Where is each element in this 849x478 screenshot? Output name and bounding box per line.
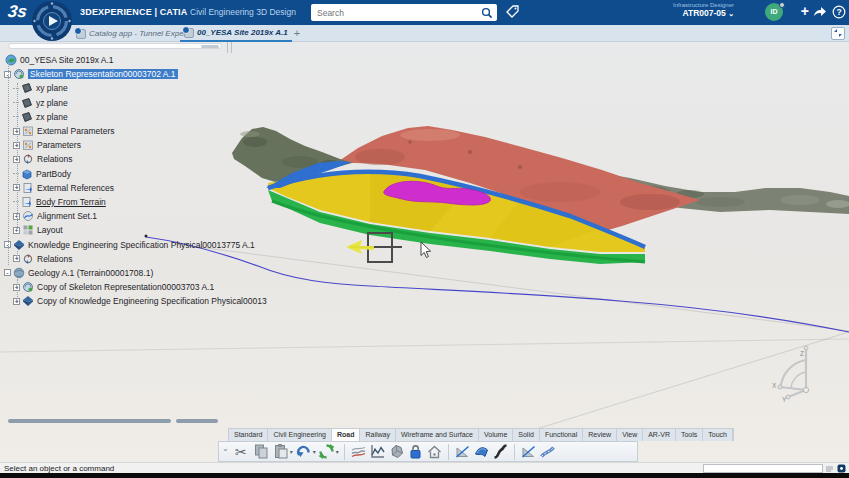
tree-item[interactable]: +Alignment Set.1 (2, 209, 302, 223)
copy-icon[interactable] (253, 443, 270, 460)
3ds-logo[interactable]: 3s (7, 2, 29, 22)
tree-item[interactable]: PartBody (2, 167, 302, 181)
tree-item[interactable]: +External Parameters (2, 124, 302, 138)
lock-icon[interactable] (407, 443, 424, 460)
restore-window-icon[interactable] (831, 27, 845, 40)
tree-item[interactable]: +Layout (2, 223, 302, 237)
tree-item[interactable]: +Copy of Skeleton Representation00003703… (2, 280, 302, 294)
ribbon-tab-standard[interactable]: Standard (229, 429, 268, 441)
tree-item[interactable]: yz plane (2, 96, 302, 110)
sketch-angle-icon[interactable] (454, 443, 471, 460)
brand-3dexperience: 3DEXPERIENCE (80, 7, 152, 17)
command-field[interactable] (703, 464, 823, 473)
axis-z-label: Z (800, 350, 804, 357)
ribbon-tab-railway[interactable]: Railway (360, 429, 396, 441)
brand-divider: | (154, 7, 157, 17)
tree-item-label: Geology A.1 (Terrain00001708.1) (28, 268, 153, 278)
relations-icon (22, 253, 34, 265)
tree-item[interactable]: Body From Terrain (2, 195, 302, 209)
tree-item-label: Skeleton Representation00003702 A.1 (28, 69, 178, 79)
undo-dropdown-arrow[interactable]: ▾ (313, 448, 316, 455)
tree-item[interactable]: -Geology A.1 (Terrain00001708.1) (2, 266, 302, 280)
ribbon-tab-review[interactable]: Review (583, 429, 617, 441)
viewport-scrollbar-handle[interactable] (176, 419, 218, 423)
search-box[interactable] (311, 4, 497, 21)
tree-item[interactable]: +Copy of Knowledge Engineering Specifica… (2, 294, 302, 308)
avatar[interactable]: ID (765, 3, 783, 21)
road-design-icon[interactable] (539, 443, 556, 460)
axis-x-label: X (772, 382, 777, 389)
document-tab-2[interactable]: 00_YESA Site 2019x A.1 (180, 25, 292, 42)
viewport-scrollbar[interactable] (8, 419, 171, 423)
tree-item[interactable]: +Parameters (2, 138, 302, 152)
search-icon[interactable] (481, 7, 493, 19)
undo-icon[interactable] (295, 443, 312, 460)
svg-text:✂: ✂ (235, 444, 247, 460)
document-tab-bar: Catalog app - Tunnel Exper00_YESA Site 2… (0, 25, 849, 42)
update-dropdown-arrow[interactable]: ▾ (336, 448, 339, 455)
3d-viewport[interactable]: Z X Y 00_YESA Site 2019x A.1-Skeleton Re… (0, 42, 849, 462)
toolbar-separator (448, 444, 449, 460)
brand-suffix: Civil Engineering 3D Design (190, 7, 296, 17)
tree-expander[interactable]: - (4, 269, 11, 276)
tree-guide-line (17, 279, 18, 303)
chevron-down-icon: ⌄ (728, 10, 734, 17)
tree-item-label: yz plane (36, 98, 68, 108)
compass-button[interactable] (31, 0, 73, 42)
assistant-icon[interactable] (837, 464, 846, 473)
tree-item[interactable]: +Relations (2, 152, 302, 166)
tree-item[interactable]: -Skeleton Representation00003702 A.1 (2, 67, 302, 81)
tree-item[interactable]: +External References (2, 181, 302, 195)
references-icon (21, 196, 33, 208)
tree-item[interactable]: -Knowledge Engineering Specification Phy… (2, 237, 302, 251)
tree-item-label: Parameters (37, 140, 81, 150)
sketch-angle-2-icon[interactable] (520, 443, 537, 460)
tree-item[interactable]: xy plane (2, 81, 302, 95)
axis-triad[interactable] (778, 346, 809, 399)
help-icon[interactable]: ? (832, 5, 846, 19)
tree-item[interactable]: 00_YESA Site 2019x A.1 (2, 53, 302, 67)
shelter-house-icon[interactable] (426, 443, 443, 460)
connect-curve-icon[interactable] (492, 443, 509, 460)
ribbon-tab-wireframe-and-surface[interactable]: Wireframe and Surface (396, 429, 479, 441)
tree-panel-grip[interactable] (227, 42, 232, 53)
tree-item[interactable]: +Relations (2, 252, 302, 266)
tree-horizontal-scrollbar[interactable] (8, 43, 222, 49)
user-id: ATR007-05 ⌄ (673, 8, 734, 18)
ribbon-tab-volume[interactable]: Volume (479, 429, 513, 441)
cut-scissors-icon[interactable]: ✂ (234, 443, 251, 460)
status-options-icon[interactable] (825, 464, 834, 473)
search-input[interactable] (317, 6, 467, 19)
plane-icon (21, 111, 33, 123)
knowledge-icon (13, 239, 25, 251)
app-tab-icon (76, 29, 86, 39)
terrain-surface-icon[interactable] (350, 443, 367, 460)
new-tab-button[interactable]: + (290, 26, 304, 40)
ribbon-tab-functional[interactable]: Functional (540, 429, 583, 441)
ribbon-tab-road[interactable]: Road (332, 429, 361, 441)
ribbon-collapse-chevron[interactable]: ⌄ (222, 444, 229, 453)
ribbon-tab-touch[interactable]: Touch (703, 429, 733, 441)
add-content-button[interactable]: + (801, 3, 809, 19)
tag-icon[interactable] (505, 4, 521, 20)
ribbon-tab-ar-vr[interactable]: AR-VR (643, 429, 676, 441)
tree-item-label: Layout (37, 225, 63, 235)
svg-text:?: ? (836, 7, 841, 17)
specification-tree: 00_YESA Site 2019x A.1-Skeleton Represen… (2, 53, 302, 308)
profile-chart-icon[interactable] (369, 443, 386, 460)
catia-3dexperience-window: 3s 3DEXPERIENCE | CATIA Civil Engineerin… (0, 0, 849, 478)
ribbon-tab-solid[interactable]: Solid (513, 429, 540, 441)
tree-item[interactable]: zx plane (2, 110, 302, 124)
rock-icon[interactable] (388, 443, 405, 460)
tree-item-label: Relations (37, 154, 72, 164)
paste-dropdown-arrow[interactable]: ▾ (290, 448, 293, 455)
document-tab-1[interactable]: Catalog app - Tunnel Exper (72, 25, 190, 42)
ribbon-tab-view[interactable]: View (617, 429, 643, 441)
ribbon-tab-civil-engineering[interactable]: Civil Engineering (268, 429, 332, 441)
user-menu[interactable]: Infrastructure Designer ATR007-05 ⌄ (673, 2, 734, 18)
paste-icon[interactable] (272, 443, 289, 460)
share-icon[interactable] (813, 6, 827, 18)
update-icon[interactable] (318, 443, 335, 460)
surface-patch-icon[interactable] (473, 443, 490, 460)
ribbon-tab-tools[interactable]: Tools (676, 429, 703, 441)
